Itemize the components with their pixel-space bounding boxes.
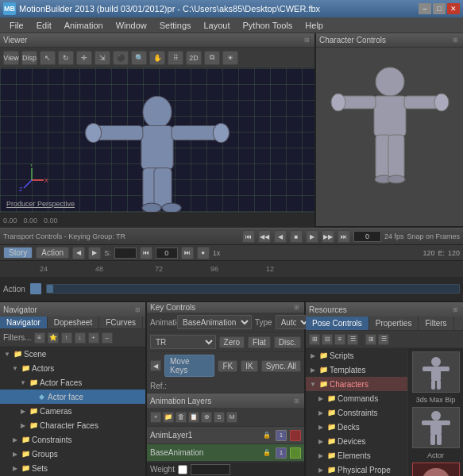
res-list1[interactable]: ⊞ xyxy=(365,334,376,345)
camera-btn[interactable]: ⚫ xyxy=(113,51,129,65)
layer1-visibility[interactable]: 1 xyxy=(276,430,287,441)
res-characters[interactable]: ▼ 📁 Characters xyxy=(306,377,407,391)
minimize-button[interactable]: – xyxy=(419,3,431,14)
transport-prev[interactable]: ◀ xyxy=(274,230,287,243)
flat-btn[interactable]: Flat xyxy=(248,336,271,348)
pan-btn[interactable]: ✋ xyxy=(149,51,165,65)
res-scripts[interactable]: ▶ 📁 Scripts xyxy=(306,348,407,363)
zero-btn[interactable]: Zero xyxy=(219,336,245,348)
res-view3[interactable]: ≡ xyxy=(334,334,345,345)
viewer-expand[interactable]: ⊞ xyxy=(302,36,311,45)
story-tab[interactable]: Story xyxy=(3,247,33,259)
menu-python-tools[interactable]: Python Tools xyxy=(237,19,299,32)
weight-input[interactable]: 100.00 xyxy=(191,464,230,475)
transport-next[interactable]: ▶▶ xyxy=(322,230,334,243)
filter-btn5[interactable]: + xyxy=(88,332,99,344)
tab-pose-controls[interactable]: Pose Controls xyxy=(306,317,369,330)
viewer-canvas[interactable]: Producer Perspective X Y Z xyxy=(0,68,314,212)
preview-actor[interactable] xyxy=(412,407,460,448)
maximize-button[interactable]: □ xyxy=(433,3,446,14)
menu-help[interactable]: Help xyxy=(299,19,330,32)
filter-btn2[interactable]: ⭐ xyxy=(48,332,59,344)
story-prev[interactable]: ◀ xyxy=(72,247,85,259)
res-elements[interactable]: ▶ 📁 Elements xyxy=(306,448,407,463)
tree-char-faces[interactable]: ▶ 📁 Character Faces xyxy=(0,418,145,432)
view-btn[interactable]: View xyxy=(3,51,19,65)
tab-dopesheet[interactable]: Dopesheet xyxy=(48,317,99,328)
timeline-track-bar[interactable] xyxy=(46,284,460,294)
timeline-track[interactable]: Action xyxy=(0,277,463,301)
tree-actor-face[interactable]: ◆ Actor face xyxy=(0,390,145,404)
rotate-tool[interactable]: ↻ xyxy=(58,51,74,65)
move-keys-label[interactable]: Move Keys xyxy=(164,355,214,377)
layer-add-btn[interactable]: + xyxy=(150,412,161,423)
menu-file[interactable]: File xyxy=(3,19,30,32)
res-view2[interactable]: ⊟ xyxy=(322,334,333,345)
layer-copy-btn[interactable]: 📋 xyxy=(188,412,199,423)
tree-sets[interactable]: ▶ 📁 Sets xyxy=(0,461,145,475)
tree-actors[interactable]: ▼ 📁 Actors xyxy=(0,361,145,375)
tr-select[interactable]: TR xyxy=(150,335,216,349)
transport-prev-key[interactable]: ◀◀ xyxy=(258,230,271,243)
layer-merge-btn[interactable]: ⊕ xyxy=(201,412,212,423)
menu-layout[interactable]: Layout xyxy=(198,19,237,32)
char-controls-expand[interactable]: ⊞ xyxy=(450,36,460,45)
navigator-expand[interactable]: ⊞ xyxy=(133,305,142,314)
resources-expand[interactable]: ⊞ xyxy=(450,305,460,314)
res-templates[interactable]: ▶ 📁 Templates xyxy=(306,363,407,377)
tab-filters[interactable]: Filters xyxy=(419,317,453,330)
layer-mute-btn[interactable]: M xyxy=(226,412,237,423)
menu-edit[interactable]: Edit xyxy=(30,19,58,32)
prev-key-btn[interactable]: ◀ xyxy=(150,360,161,371)
tab-fcurves[interactable]: FCurves xyxy=(99,317,143,328)
layer2-visibility[interactable]: 1 xyxy=(276,447,287,459)
res-devices[interactable]: ▶ 📁 Devices xyxy=(306,434,407,448)
tree-scene[interactable]: ▼ 📁 Scene xyxy=(0,347,145,361)
tree-groups[interactable]: ▶ 📁 Groups xyxy=(0,447,145,461)
move-tool[interactable]: ✛ xyxy=(76,51,92,65)
tree-constraints[interactable]: ▶ 📁 Constraints xyxy=(0,432,145,447)
layer-base-animation[interactable]: BaseAnimation 🔒 1 xyxy=(147,444,304,462)
filter-btn4[interactable]: ↓ xyxy=(75,332,86,344)
light-btn[interactable]: ☀ xyxy=(222,51,238,65)
key-controls-expand[interactable]: ⊞ xyxy=(291,303,301,313)
layer-folder-btn[interactable]: 📁 xyxy=(163,412,174,423)
menu-settings[interactable]: Settings xyxy=(153,19,198,32)
res-commands[interactable]: ▶ 📁 Commands xyxy=(306,391,407,405)
ik-btn[interactable]: IK xyxy=(241,360,257,372)
res-decks[interactable]: ▶ 📁 Decks xyxy=(306,420,407,434)
tree-cameras[interactable]: ▶ 📁 Cameras xyxy=(0,404,145,418)
layer-delete-btn[interactable]: 🗑 xyxy=(176,412,187,423)
disc-btn[interactable]: Disc. xyxy=(274,336,301,348)
weight-checkbox[interactable] xyxy=(178,465,187,474)
preview-3ds-max[interactable] xyxy=(412,351,460,393)
filter-btn3[interactable]: ↑ xyxy=(61,332,72,344)
layer-animlayer1[interactable]: AnimLayer1 🔒 1 xyxy=(147,427,304,444)
fk-btn[interactable]: FK xyxy=(218,360,237,372)
dots-btn[interactable]: ⠿ xyxy=(168,51,183,65)
transport-frame-input[interactable] xyxy=(353,231,381,242)
transport-stop[interactable]: ■ xyxy=(290,230,303,243)
timeline-pos-input[interactable] xyxy=(156,248,178,259)
fx-btn[interactable]: ⧉ xyxy=(204,51,220,65)
story-next[interactable]: ▶ xyxy=(88,247,101,259)
zoom-btn[interactable]: 🔍 xyxy=(131,51,147,65)
tab-properties[interactable]: Properties xyxy=(369,317,419,330)
story-ff[interactable]: ⏭ xyxy=(181,247,194,259)
select-tool[interactable]: ↖ xyxy=(40,51,56,65)
scale-tool[interactable]: ⇲ xyxy=(95,51,110,65)
transport-play[interactable]: ▶ xyxy=(306,230,318,243)
story-rewind[interactable]: ⏮ xyxy=(140,247,152,259)
res-physical[interactable]: ▶ 📁 Physical Prope xyxy=(306,463,407,476)
transport-to-start[interactable]: ⏮ xyxy=(242,230,255,243)
res-constraints[interactable]: ▶ 📁 Constraints xyxy=(306,405,407,420)
filter-btn6[interactable]: – xyxy=(102,332,113,344)
menu-animation[interactable]: Animation xyxy=(58,19,110,32)
animation-select[interactable]: BaseAnimation xyxy=(177,315,252,329)
menu-window[interactable]: Window xyxy=(110,19,153,32)
anim-layers-expand[interactable]: ⊞ xyxy=(291,396,301,405)
sync-all-btn[interactable]: Sync. All xyxy=(261,360,301,372)
s-value-input[interactable]: 0 xyxy=(114,248,137,259)
tree-actor-faces[interactable]: ▼ 📁 Actor Faces xyxy=(0,375,145,390)
preview-actor-face[interactable] xyxy=(412,463,460,476)
